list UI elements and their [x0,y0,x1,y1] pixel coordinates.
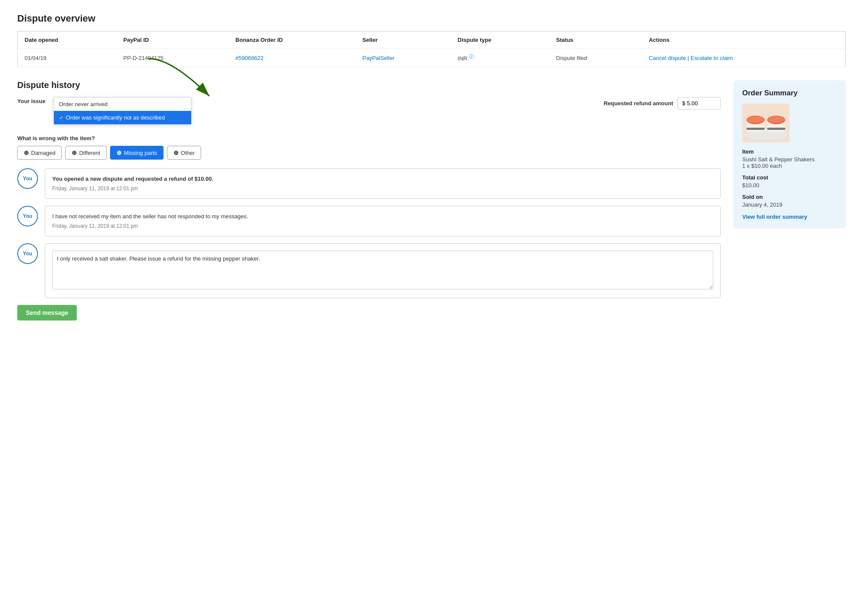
dispute-type-value: INR [458,55,467,62]
tag-missing-parts-label: Missing parts [124,150,157,156]
dispute-history-section: Dispute history Your issue Order never a… [17,80,846,321]
col-header-actions: Actions [642,31,846,49]
send-message-button[interactable]: Send message [17,305,77,321]
col-header-dispute-type: Dispute type [451,31,549,49]
sold-on-value: January 4, 2019 [742,201,837,208]
col-header-order-id: Bonanza Order ID [229,31,356,49]
avatar-2: You [17,206,38,226]
message-text-2: I have not received my item and the sell… [52,213,713,220]
message-bubble-3: I only received a salt shaker. Please is… [45,243,721,298]
cell-seller[interactable]: PayPalSeller [356,49,451,67]
refund-label: Requested refund amount [604,100,673,107]
svg-rect-9 [767,128,785,130]
message-text-1: You opened a new dispute and requested a… [52,176,713,182]
plus-icon-other: ⊕ [173,149,179,156]
item-name: Sushi Salt & Pepper Shakers 1 x $10.00 e… [742,156,837,169]
view-full-order-link[interactable]: View full order summary [742,214,807,220]
info-icon[interactable]: ⓘ [469,54,474,59]
total-cost-value: $10.00 [742,182,837,189]
total-cost-label: Total cost [742,174,837,181]
message-list: You You opened a new dispute and request… [17,168,721,298]
refund-amount-group: Requested refund amount [591,97,721,110]
col-header-status: Status [549,31,642,49]
item-label: Item [742,148,837,155]
issue-dropdown[interactable]: Order never arrived ✓ Order was signific… [54,97,192,125]
message-textarea[interactable]: I only received a salt shaker. Please is… [52,251,713,289]
sushi-svg [742,104,790,142]
message-bubble-2: I have not received my item and the sell… [45,206,721,236]
message-row-3: You I only received a salt shaker. Pleas… [17,243,721,298]
dispute-overview-table: Date opened PayPal ID Bonanza Order ID S… [17,31,846,67]
tag-damaged-label: Damaged [31,150,55,156]
dropdown-option-1[interactable]: Order never arrived [54,97,191,111]
cell-date: 01/04/19 [18,49,117,67]
order-summary-title: Order Summary [742,89,837,97]
wrong-item-section: What is wrong with the item? ⊕ Damaged ⊕… [17,135,721,160]
cell-paypal-id: PP-D-21404125 [117,49,229,67]
seller-link[interactable]: PayPalSeller [362,55,394,61]
message-bubble-1: You opened a new dispute and requested a… [45,168,721,199]
order-summary-sidebar: Order Summary Item [734,80,846,229]
cell-order-id[interactable]: #59068622 [229,49,356,67]
tag-other[interactable]: ⊕ Other [167,146,202,160]
order-id-link[interactable]: #59068622 [236,55,264,61]
svg-point-4 [748,116,763,123]
message-time-2: Friday, January 11, 2019 at 12:01 pm [52,223,713,229]
order-item-image [742,104,790,142]
escalate-claim-link[interactable]: Escalate to claim [690,55,733,61]
checkmark-icon: ✓ [59,115,63,121]
tag-different-label: Different [79,150,100,156]
wrong-item-title: What is wrong with the item? [17,135,721,141]
dropdown-box[interactable]: Order never arrived ✓ Order was signific… [54,97,192,125]
your-issue-group: Your issue Order never arrived ✓ Order w… [17,97,192,125]
tag-other-label: Other [181,150,195,156]
tag-different[interactable]: ⊕ Different [65,146,107,160]
col-header-seller: Seller [356,31,451,49]
tag-missing-parts[interactable]: ⊕ Missing parts [110,146,164,160]
cell-status: Dispute filed [549,49,642,67]
dropdown-option-2-label: Order was significantly not as described [66,114,165,121]
wrong-item-button-group: ⊕ Damaged ⊕ Different ⊕ Missing parts ⊕ … [17,146,721,160]
dispute-history-title: Dispute history [17,80,721,90]
your-issue-refund-row: Your issue Order never arrived ✓ Order w… [17,97,721,125]
refund-input[interactable] [677,97,721,110]
message-row-1: You You opened a new dispute and request… [17,168,721,199]
tag-damaged[interactable]: ⊕ Damaged [17,146,62,160]
plus-icon-damaged: ⊕ [24,149,29,156]
cancel-dispute-link[interactable]: Cancel dispute [649,55,686,61]
your-issue-label: Your issue [17,97,46,104]
dispute-main-content: Dispute history Your issue Order never a… [17,80,721,321]
dropdown-option-2[interactable]: ✓ Order was significantly not as describ… [54,111,191,124]
col-header-date: Date opened [18,31,117,49]
table-row: 01/04/19 PP-D-21404125 #59068622 PayPalS… [18,49,846,67]
avatar-3: You [17,243,38,264]
svg-rect-8 [746,128,765,130]
page-title: Dispute overview [17,13,846,24]
avatar-1: You [17,168,38,189]
cell-actions: Cancel dispute | Escalate to claim [642,49,846,67]
plus-icon-different: ⊕ [72,149,77,156]
message-time-1: Friday, January 11, 2019 at 12:01 pm [52,185,713,192]
sold-on-label: Sold on [742,194,837,200]
col-header-paypal-id: PayPal ID [117,31,229,49]
message-row-2: You I have not received my item and the … [17,206,721,236]
cell-dispute-type: INR ⓘ [451,49,549,67]
plus-icon-missing: ⊕ [117,149,122,156]
svg-point-7 [769,116,784,123]
